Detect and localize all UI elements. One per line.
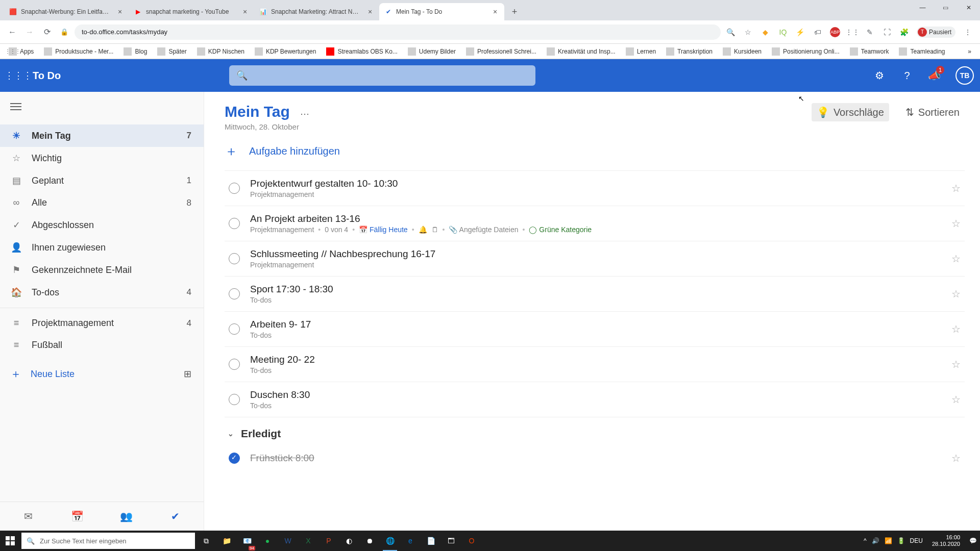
task-star-icon[interactable]: ☆	[951, 393, 961, 406]
extension-icon[interactable]: ⚡	[795, 27, 805, 37]
bookmark-item[interactable]: Lernen	[623, 46, 658, 57]
bookmark-item[interactable]: Kursideen	[720, 46, 764, 57]
taskbar-search-input[interactable]: 🔍 Zur Suche Text hier eingeben	[21, 533, 195, 549]
browser-tab[interactable]: 🟥 Snapchat-Werbung: Ein Leitfade... ×	[4, 3, 129, 20]
sidebar-item-completed[interactable]: ✓ Abgeschlossen	[0, 214, 204, 236]
bookmark-item[interactable]: Udemy Bilder	[405, 46, 458, 57]
profile-button[interactable]: T Pausiert	[917, 27, 955, 38]
extensions-menu-icon[interactable]: 🧩	[899, 27, 910, 37]
task-checkbox[interactable]	[229, 253, 240, 264]
office-icon[interactable]: O	[462, 531, 481, 551]
window-maximize-button[interactable]: ▭	[934, 0, 957, 15]
browser-menu-icon[interactable]: ⋮	[963, 27, 973, 37]
notifications-icon[interactable]: 📣 1	[928, 69, 941, 82]
url-input[interactable]	[75, 24, 721, 40]
task-star-icon[interactable]: ☆	[951, 323, 961, 335]
browser-tab-active[interactable]: ✔ Mein Tag - To Do ×	[379, 3, 504, 20]
action-center-icon[interactable]: 💬	[969, 537, 977, 544]
mail-app-icon[interactable]: 📧94	[238, 531, 256, 551]
sidebar-item-flagged[interactable]: ⚑ Gekennzeichnete E-Mail	[0, 259, 204, 281]
tray-expand-icon[interactable]: ^	[864, 537, 867, 544]
task-checkbox[interactable]	[229, 183, 240, 194]
new-group-icon[interactable]: ⊞	[184, 368, 191, 380]
bookmark-item[interactable]: Professionell Schrei...	[463, 46, 539, 57]
task-checkbox[interactable]	[229, 394, 240, 405]
taskbar-clock[interactable]: 16:00 28.10.2020	[928, 534, 964, 547]
task-checkbox[interactable]	[229, 288, 240, 299]
extension-icon[interactable]: ◆	[761, 27, 771, 37]
app-search-input[interactable]: 🔍	[229, 65, 535, 86]
list-options-icon[interactable]: ⋯	[300, 109, 309, 119]
browser-tab[interactable]: ▶ snapchat marketing - YouTube ×	[129, 3, 254, 20]
tab-close-icon[interactable]: ×	[241, 8, 249, 16]
task-checkbox[interactable]	[229, 218, 240, 229]
mail-icon[interactable]: ✉	[18, 510, 39, 522]
start-button[interactable]	[0, 531, 20, 551]
task-item[interactable]: Duschen 8:30 To-dos ☆	[225, 382, 965, 417]
user-avatar[interactable]: TB	[955, 66, 974, 85]
bookmark-item[interactable]: KDP Bewertungen	[252, 46, 319, 57]
bookmark-star-icon[interactable]: ☆	[743, 27, 753, 37]
window-minimize-button[interactable]: —	[911, 0, 934, 15]
sidebar-list-item[interactable]: ≡ Fußball	[0, 334, 204, 356]
app-launcher-icon[interactable]: ⋮⋮⋮	[6, 63, 31, 88]
tab-close-icon[interactable]: ×	[116, 8, 124, 16]
task-item[interactable]: Schlussmeeting // Nachbesprechung 16-17 …	[225, 241, 965, 277]
sidebar-item-assigned[interactable]: 👤 Ihnen zugewiesen	[0, 236, 204, 259]
sidebar-item-important[interactable]: ☆ Wichtig	[0, 147, 204, 169]
tab-close-icon[interactable]: ×	[366, 8, 374, 16]
file-explorer-icon[interactable]: 📁	[217, 531, 236, 551]
bookmark-item[interactable]: Blog	[121, 46, 150, 57]
bookmark-item[interactable]: Positionierung Onli...	[769, 46, 842, 57]
task-star-icon[interactable]: ☆	[951, 182, 961, 194]
sidebar-item-tasks[interactable]: 🏠 To-dos 4	[0, 281, 204, 304]
sidebar-item-all[interactable]: ∞ Alle 8	[0, 192, 204, 214]
spotify-icon[interactable]: ●	[258, 531, 277, 551]
todo-icon[interactable]: ✔	[165, 510, 185, 522]
powerpoint-icon[interactable]: P	[320, 531, 338, 551]
hamburger-menu-icon[interactable]	[0, 92, 204, 121]
extension-icon[interactable]: ⋮⋮	[847, 27, 857, 37]
word-icon[interactable]: W	[279, 531, 297, 551]
extension-icon[interactable]: ✎	[865, 27, 875, 37]
bookmark-overflow[interactable]: »	[965, 46, 974, 57]
battery-icon[interactable]: 🔋	[897, 537, 905, 544]
new-tab-button[interactable]: +	[507, 5, 522, 19]
extension-icon[interactable]: 🏷	[813, 27, 823, 37]
task-checkbox-done[interactable]	[229, 453, 240, 464]
browser-tab[interactable]: 📊 Snapchat Marketing: Attract New... ×	[254, 3, 379, 20]
wifi-icon[interactable]: 📶	[885, 537, 892, 544]
suggestions-button[interactable]: 💡 Vorschläge	[812, 103, 889, 121]
sidebar-item-my-day[interactable]: ☀ Mein Tag 7	[0, 124, 204, 147]
task-view-icon[interactable]: ⧉	[197, 531, 215, 551]
bookmark-item[interactable]: KDP Nischen	[194, 46, 247, 57]
task-item[interactable]: Arbeiten 9- 17 To-dos ☆	[225, 312, 965, 347]
bookmark-item[interactable]: Teamwork	[847, 46, 892, 57]
task-item[interactable]: Sport 17:30 - 18:30 To-dos ☆	[225, 277, 965, 312]
bookmark-item[interactable]: Später	[155, 46, 189, 57]
people-icon[interactable]: 👥	[116, 510, 136, 522]
task-star-icon[interactable]: ☆	[951, 358, 961, 370]
bookmark-item[interactable]: Transkription	[664, 46, 715, 57]
help-icon[interactable]: ?	[900, 69, 914, 82]
excel-icon[interactable]: X	[299, 531, 317, 551]
task-star-icon[interactable]: ☆	[951, 217, 961, 230]
reload-button[interactable]: ⟳	[40, 25, 54, 39]
bookmark-item[interactable]: Streamlabs OBS Ko...	[324, 46, 400, 57]
add-task-input[interactable]: ＋ Aufgabe hinzufügen	[225, 131, 965, 171]
site-info-icon[interactable]: 🔒	[57, 25, 71, 39]
task-star-icon[interactable]: ☆	[951, 253, 961, 265]
task-star-icon[interactable]: ☆	[951, 288, 961, 300]
task-star-icon[interactable]: ☆	[951, 452, 961, 464]
app-icon[interactable]: ◐	[340, 531, 358, 551]
task-checkbox[interactable]	[229, 359, 240, 370]
task-item[interactable]: An Projekt arbeiten 13-16 Projektmanagem…	[225, 206, 965, 241]
tab-close-icon[interactable]: ×	[491, 8, 499, 16]
edge-icon[interactable]: e	[401, 531, 420, 551]
obs-icon[interactable]: ⏺	[360, 531, 379, 551]
extension-icon[interactable]: IQ	[778, 27, 788, 37]
extension-icon[interactable]: ⛶	[882, 27, 892, 37]
bookmark-item[interactable]: Produktsuche - Mer...	[41, 46, 116, 57]
sidebar-item-planned[interactable]: ▤ Geplant 1	[0, 169, 204, 192]
sort-button[interactable]: ⇅ Sortieren	[900, 103, 965, 121]
